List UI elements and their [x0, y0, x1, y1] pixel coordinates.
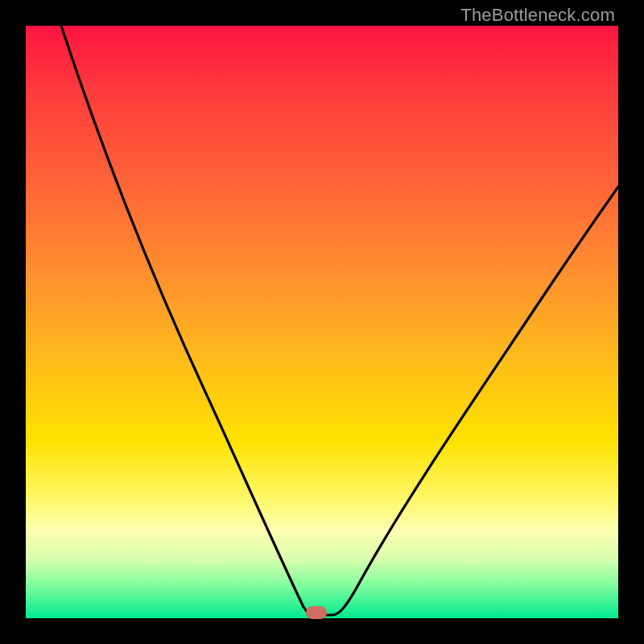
- watermark-text: TheBottleneck.com: [460, 5, 615, 26]
- bottleneck-curve: [26, 26, 618, 618]
- chart-frame: TheBottleneck.com: [0, 0, 644, 644]
- plot-area: [26, 26, 618, 618]
- optimum-marker: [306, 606, 327, 619]
- curve-path: [61, 26, 618, 615]
